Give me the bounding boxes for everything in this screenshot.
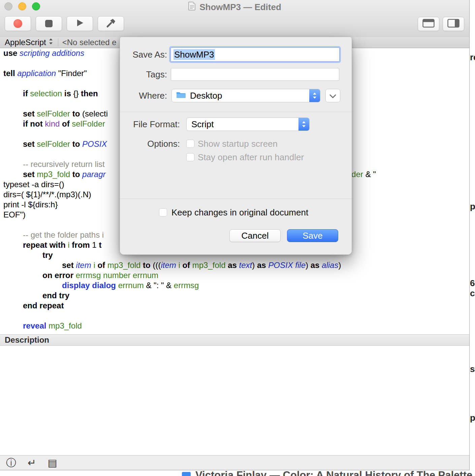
cancel-button[interactable]: Cancel bbox=[229, 229, 281, 242]
result-pane-button[interactable]: ↵ bbox=[28, 458, 36, 468]
selected-filename-text: ShowMP3 bbox=[173, 49, 215, 60]
show-startup-option: Show startup screen bbox=[186, 139, 278, 148]
window-top-pane-icon bbox=[422, 19, 435, 29]
stay-open-checkbox bbox=[186, 153, 194, 161]
expand-dialog-button[interactable] bbox=[325, 89, 340, 102]
background-list-item: Victoria Finlay — Color: A Natural Histo… bbox=[195, 469, 472, 476]
code-line: end try bbox=[0, 291, 469, 301]
background-text-fragment: 6 bbox=[470, 278, 475, 288]
toggle-top-pane-button[interactable] bbox=[418, 17, 439, 31]
toggle-side-pane-button[interactable] bbox=[443, 17, 464, 31]
language-popup-label: AppleScript bbox=[5, 38, 46, 47]
background-window-right-sliver: rep6clstp bbox=[470, 0, 475, 476]
popup-chevrons-icon bbox=[49, 37, 53, 47]
run-button[interactable] bbox=[67, 16, 93, 31]
background-text-fragment: p bbox=[470, 413, 475, 423]
record-icon bbox=[13, 19, 22, 28]
tags-input[interactable] bbox=[171, 68, 339, 81]
record-button[interactable] bbox=[5, 16, 31, 31]
file-format-label: File Format: bbox=[120, 117, 180, 131]
book-thumbnail-icon bbox=[182, 472, 191, 476]
background-text-fragment: st bbox=[470, 364, 475, 374]
show-startup-checkbox bbox=[186, 140, 194, 148]
window-title: ShowMP3 — Edited bbox=[199, 2, 281, 12]
language-popup[interactable]: AppleScript bbox=[0, 37, 57, 47]
folder-icon bbox=[176, 91, 186, 101]
save-button[interactable]: Save bbox=[287, 229, 338, 242]
hammer-icon bbox=[105, 18, 116, 30]
file-format-popup[interactable]: Script bbox=[186, 117, 310, 131]
element-popup[interactable]: <No selected e bbox=[60, 38, 117, 47]
log-pane-button[interactable]: ▤ bbox=[48, 458, 57, 468]
stop-button[interactable] bbox=[36, 16, 62, 31]
code-line: display dialog errnum & ": " & errmsg bbox=[0, 280, 469, 291]
where-popup[interactable]: Desktop bbox=[171, 89, 320, 102]
description-label: Description bbox=[5, 335, 49, 344]
dialog-divider bbox=[120, 199, 352, 199]
background-text-fragment: re bbox=[470, 52, 475, 63]
code-line: on error errmsg number errnum bbox=[0, 270, 469, 280]
stay-open-option: Stay open after run handler bbox=[186, 152, 304, 162]
code-line: end repeat bbox=[0, 301, 469, 311]
stay-open-label: Stay open after run handler bbox=[198, 152, 304, 163]
show-startup-label: Show startup screen bbox=[198, 139, 278, 149]
file-format-value: Script bbox=[191, 119, 214, 130]
keep-changes-option: Keep changes in original document bbox=[159, 208, 308, 217]
navbar-divider bbox=[58, 38, 58, 46]
description-pane[interactable] bbox=[0, 346, 469, 455]
description-header: Description bbox=[0, 334, 469, 346]
code-line: reveal mp3_fold bbox=[0, 321, 469, 331]
code-line: set item i of mp3_fold to (((item i of m… bbox=[0, 260, 469, 270]
code-line bbox=[0, 311, 469, 321]
dialog-divider bbox=[120, 112, 352, 112]
compile-button[interactable] bbox=[98, 16, 124, 31]
stop-icon bbox=[45, 20, 53, 27]
where-label: Where: bbox=[120, 89, 167, 102]
status-bar: ⓘ ↵ ▤ bbox=[0, 455, 469, 470]
keep-changes-label: Keep changes in original document bbox=[171, 207, 308, 218]
background-text-fragment: cl bbox=[470, 288, 475, 299]
background-text-fragment: p bbox=[470, 201, 475, 212]
info-button[interactable]: ⓘ bbox=[6, 458, 16, 468]
chevron-down-icon bbox=[329, 91, 337, 101]
script-document-icon bbox=[188, 2, 196, 13]
options-label: Options: bbox=[120, 139, 180, 148]
save-dialog: Save As: ShowMP3 Tags: Where: Desktop Fi… bbox=[120, 37, 352, 255]
save-as-input[interactable]: ShowMP3 bbox=[170, 47, 340, 62]
save-as-label: Save As: bbox=[120, 47, 167, 62]
where-popup-value: Desktop bbox=[190, 91, 222, 101]
keep-changes-checkbox[interactable] bbox=[159, 208, 167, 216]
popup-stepper-icon bbox=[298, 118, 309, 131]
titlebar: ShowMP3 — Edited bbox=[0, 0, 469, 37]
window-side-pane-icon bbox=[447, 19, 460, 29]
play-icon bbox=[76, 19, 84, 28]
tags-label: Tags: bbox=[120, 68, 167, 81]
popup-stepper-icon bbox=[309, 89, 320, 102]
code-line-wrapped-fragment: lder & " bbox=[350, 169, 376, 179]
background-window-bottom-sliver: Victoria Finlay — Color: A Natural Histo… bbox=[182, 469, 472, 476]
